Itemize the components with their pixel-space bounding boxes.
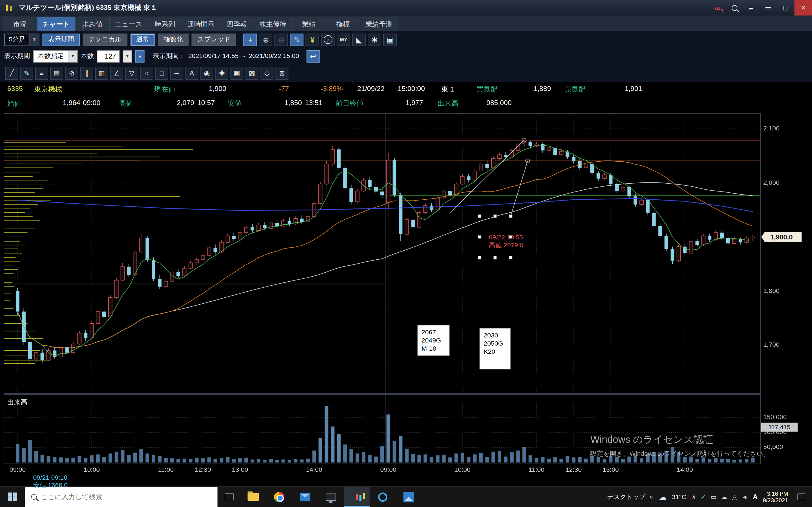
bar-count-input[interactable]: 127 — [97, 50, 119, 62]
tab-benefits[interactable]: 株主優待 — [254, 17, 292, 31]
zoom-in-button[interactable]: ⊕ — [259, 33, 273, 46]
main-chart-canvas[interactable] — [4, 114, 760, 393]
search-input[interactable] — [41, 493, 191, 501]
time-label-9: 12:30 — [558, 466, 589, 473]
high-time: 10:57 — [197, 99, 215, 107]
pen-tool[interactable]: ✎ — [20, 66, 33, 79]
bid-label: 買気配 — [476, 85, 497, 94]
add-chart-button[interactable]: + — [244, 33, 257, 46]
ime-indicator[interactable]: A — [753, 493, 758, 501]
taskbar-app-media-player[interactable] — [370, 487, 396, 507]
clear-all-tool[interactable]: ⊠ — [275, 66, 289, 79]
time-label-11: 14:00 — [669, 466, 700, 473]
horizontal-lines-tool[interactable]: ≡ — [35, 66, 48, 79]
taskbar-app-file-explorer[interactable] — [240, 487, 266, 507]
tab-ticks[interactable]: 歩み値 — [75, 17, 110, 31]
network-icon[interactable]: △ — [732, 493, 737, 501]
count-up-button[interactable]: ▲ — [135, 50, 144, 62]
notification-center-button[interactable] — [794, 487, 809, 507]
info-button[interactable]: i — [321, 33, 335, 46]
volume-tag: 117,415 — [761, 423, 798, 432]
memo-note-2[interactable]: 2030 2050G K20 — [479, 328, 511, 369]
count-down-button[interactable]: ▼ — [123, 50, 132, 62]
drawing-toolbar: ╱✎≡▤⊘∥▥∠▽○□─A◉✚▣▩◇⊠ — [0, 64, 812, 82]
area-chart-button[interactable]: ◣ — [352, 33, 366, 46]
tab-indicators[interactable]: 指標 — [326, 17, 360, 31]
horizontal-line-tool[interactable]: ─ — [170, 66, 183, 79]
volume-icon[interactable]: ◄ — [742, 493, 748, 501]
taskbar-app-photos[interactable] — [396, 487, 421, 507]
tab-timeseries[interactable]: 時系列 — [148, 17, 182, 31]
menu-icon[interactable]: ≡ — [743, 0, 759, 15]
task-view-button[interactable] — [217, 487, 240, 507]
angle-tool[interactable]: ∠ — [110, 66, 123, 79]
duplicate-tool[interactable]: ▣ — [231, 66, 243, 79]
tab-shikiho[interactable]: 四季報 — [220, 17, 254, 31]
taskbar-search[interactable] — [25, 487, 217, 507]
text-tool[interactable]: A — [186, 66, 199, 79]
bid-price: 1,889 — [524, 85, 551, 93]
technical-button[interactable]: テクニカル — [83, 33, 128, 46]
low-annotation[interactable]: 09/21 09:10 安値 1666.0 — [33, 474, 68, 489]
print-button[interactable]: ▣ — [384, 33, 397, 46]
tab-earnings[interactable]: 業績 — [292, 17, 326, 31]
tab-disclosure[interactable]: 適時開示 — [182, 17, 220, 31]
start-button[interactable] — [0, 487, 25, 507]
channel-tool[interactable]: ∥ — [80, 66, 93, 79]
indexed-button[interactable]: 指数化 — [158, 33, 189, 46]
clock[interactable]: 3:16 PM 9/23/2021 — [763, 490, 788, 504]
link-icon[interactable]: ∞1 — [709, 0, 726, 15]
count-label: 本数 — [81, 52, 94, 61]
high-annotation[interactable]: 09/22 10:55 高値 2079.0 — [489, 234, 523, 249]
tab-forecast[interactable]: 業績予測 — [360, 17, 398, 31]
display-period-button[interactable]: 表示期間 — [43, 33, 80, 46]
vertical-lines-tool[interactable]: ▥ — [95, 66, 108, 79]
draw-pen-button[interactable]: ✎ — [290, 33, 304, 46]
count-mode-select[interactable]: 本数指定▼ — [33, 50, 78, 62]
search-icon — [31, 494, 37, 500]
spread-button[interactable]: スプレッド — [192, 33, 236, 46]
ellipse-tool[interactable]: ○ — [140, 66, 153, 79]
taskbar-app-mail[interactable] — [292, 487, 318, 507]
polygon-tool[interactable]: ▽ — [125, 66, 138, 79]
security-shield-icon[interactable]: ✔ — [701, 493, 706, 501]
window-title: マルチツール(個別銘柄) 6335 東京機械 東１ — [18, 3, 157, 12]
close-button[interactable]: × — [794, 0, 812, 15]
settings-wrench-button[interactable]: ✱ — [368, 33, 382, 46]
zoom-out-button[interactable]: ⊖ — [274, 33, 288, 46]
onedrive-cloud-icon[interactable]: ☁ — [721, 493, 727, 501]
marker-tool[interactable]: ✚ — [215, 66, 229, 79]
price-change-pct: -3.89% — [309, 85, 343, 93]
multi-line-tool[interactable]: ▤ — [50, 66, 63, 79]
taskbar-app-trading-app[interactable] — [344, 487, 370, 507]
tab-chart[interactable]: チャート — [37, 17, 75, 31]
eraser-tool[interactable]: ◇ — [260, 66, 273, 79]
restore-button[interactable] — [777, 0, 794, 15]
minimize-button[interactable] — [759, 0, 777, 15]
yen-scale-button[interactable]: ¥ — [306, 33, 319, 46]
icon-stamp-tool[interactable]: ◉ — [200, 66, 213, 79]
display-icon[interactable]: ▭ — [711, 493, 716, 501]
weather-icon[interactable]: ☁ — [659, 492, 667, 502]
interval-select[interactable]: 5分足▼ — [4, 33, 40, 46]
hidden-icons-chevron[interactable]: ∧ — [692, 493, 696, 501]
tab-market[interactable]: 市況 — [3, 17, 37, 31]
tab-news[interactable]: ニュース — [110, 17, 148, 31]
search-icon[interactable] — [726, 0, 743, 15]
desktop-toolbar-label[interactable]: デスクトップ — [607, 493, 645, 501]
time-label-3: 12:30 — [188, 466, 218, 473]
pattern-tool[interactable]: ▩ — [246, 66, 259, 79]
taskbar-app-remote-desktop[interactable] — [318, 487, 344, 507]
prev-close: 1,977 — [395, 99, 423, 107]
memo-note-1[interactable]: 2067 2049G M-18 — [417, 325, 449, 356]
normal-mode-button[interactable]: 通常 — [131, 33, 155, 46]
reset-period-button[interactable]: ↩ — [306, 50, 320, 62]
rectangle-tool[interactable]: □ — [155, 66, 168, 79]
taskbar-app-chrome[interactable] — [266, 487, 292, 507]
desktop-expand-icon[interactable]: » — [649, 496, 655, 499]
temperature-label[interactable]: 31°C — [672, 493, 686, 501]
fibonacci-tool[interactable]: ⊘ — [65, 66, 78, 79]
stock-name: 東京機械 — [34, 85, 62, 94]
trendline-tool[interactable]: ╱ — [5, 66, 18, 79]
my-chart-button[interactable]: MY — [337, 33, 350, 46]
